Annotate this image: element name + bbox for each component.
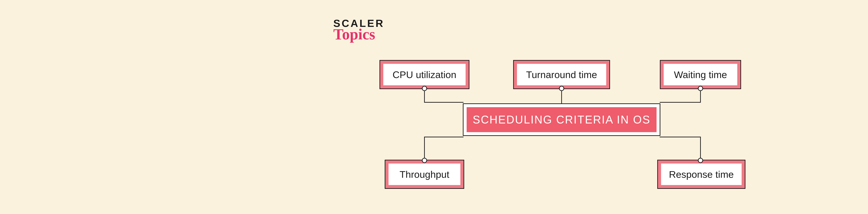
anchor-dot bbox=[422, 158, 427, 163]
node-label: CPU utilization bbox=[393, 69, 456, 80]
node-response-time: Response time bbox=[658, 160, 745, 188]
node-label: Throughput bbox=[400, 169, 449, 180]
node-cpu-utilization: CPU utilization bbox=[380, 61, 469, 88]
node-label: Turnaround time bbox=[526, 69, 597, 80]
anchor-dot bbox=[422, 86, 427, 91]
node-waiting-time: Waiting time bbox=[660, 61, 740, 88]
center-label: SCHEDULING CRITERIA IN OS bbox=[473, 113, 651, 126]
anchor-dot bbox=[698, 158, 703, 163]
anchor-dot bbox=[698, 86, 703, 91]
node-turnaround-time: Turnaround time bbox=[514, 61, 609, 88]
center-node: SCHEDULING CRITERIA IN OS bbox=[464, 104, 660, 135]
anchor-dot bbox=[559, 86, 564, 91]
node-throughput: Throughput bbox=[385, 160, 464, 188]
diagram-canvas: SCALER Topics SCHEDULING CRITERIA IN OS … bbox=[330, 17, 799, 200]
node-label: Response time bbox=[669, 169, 734, 180]
node-label: Waiting time bbox=[674, 69, 727, 80]
